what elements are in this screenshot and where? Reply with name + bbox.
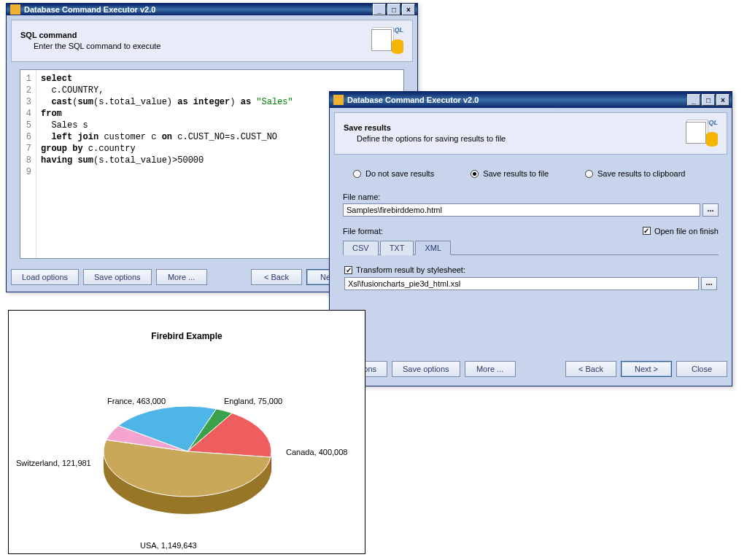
- chart-slice-label: France, 463,000: [107, 397, 166, 405]
- header-panel: SQL command Enter the SQL command to exe…: [11, 20, 413, 62]
- file-format-label: File format:: [343, 227, 383, 236]
- radio-save-to-file[interactable]: Save results to file: [471, 169, 549, 178]
- chart-slice-label: England, 75,000: [224, 397, 282, 405]
- chart-window: Firebird Example USA, 1,149,643France, 4…: [8, 310, 365, 554]
- chart-title: Firebird Example: [9, 311, 365, 346]
- app-icon: [333, 95, 344, 105]
- header-desc: Enter the SQL command to execute: [20, 42, 371, 50]
- window-title: Database Command Executor v2.0: [347, 96, 686, 104]
- header-sql-icon: SQL: [686, 119, 718, 147]
- browse-xsl-button[interactable]: ...: [701, 277, 717, 290]
- minimize-button[interactable]: _: [373, 4, 386, 15]
- load-options-button[interactable]: Load options: [11, 269, 79, 285]
- format-tabs: CSV TXT XML: [343, 240, 719, 255]
- pie-chart: USA, 1,149,643France, 463,000Canada, 400…: [9, 346, 365, 551]
- chart-slice-label: Canada, 400,008: [286, 448, 347, 456]
- app-icon: [10, 4, 20, 15]
- button-row: Load options Save options More ... < Bac…: [330, 354, 732, 386]
- header-desc: Define the options for saving results to…: [344, 134, 686, 143]
- header-sql-icon: SQL: [371, 26, 403, 54]
- maximize-button[interactable]: □: [702, 94, 715, 106]
- tab-xml[interactable]: XML: [415, 241, 451, 255]
- transform-xsl-checkbox[interactable]: Transform result by stylesheet:: [344, 265, 717, 274]
- editor-code[interactable]: select c.COUNTRY, cast(sum(s.total_value…: [36, 70, 298, 258]
- more-button[interactable]: More ...: [465, 361, 516, 377]
- titlebar[interactable]: Database Command Executor v2.0 _ □ ×: [7, 4, 417, 15]
- minimize-button[interactable]: _: [687, 94, 700, 106]
- header-panel: Save results Define the options for savi…: [334, 112, 727, 155]
- xsl-path-input[interactable]: [344, 277, 699, 290]
- save-options-button[interactable]: Save options: [83, 269, 152, 285]
- tab-csv[interactable]: CSV: [343, 241, 379, 255]
- close-button[interactable]: ×: [402, 4, 415, 15]
- back-button[interactable]: < Back: [251, 269, 302, 285]
- save-options-button[interactable]: Save options: [392, 361, 460, 377]
- tab-txt[interactable]: TXT: [380, 241, 414, 255]
- radio-save-to-clipboard[interactable]: Save results to clipboard: [585, 169, 685, 178]
- file-name-input[interactable]: [343, 203, 700, 217]
- close-button[interactable]: ×: [716, 94, 729, 106]
- chart-slice-label: USA, 1,149,643: [140, 541, 197, 550]
- titlebar[interactable]: Database Command Executor v2.0 _ □ ×: [330, 92, 732, 108]
- radio-no-save[interactable]: Do not save results: [353, 169, 434, 178]
- save-mode-radio-group: Do not save results Save results to file…: [343, 162, 719, 190]
- chart-slice-label: Switzerland, 121,981: [16, 459, 91, 467]
- header-title: SQL command: [20, 31, 371, 39]
- editor-gutter: 123456789: [20, 70, 36, 258]
- more-button[interactable]: More ...: [156, 269, 207, 285]
- file-name-label: File name:: [343, 192, 719, 201]
- maximize-button[interactable]: □: [387, 4, 400, 15]
- browse-file-button[interactable]: ...: [703, 203, 719, 217]
- back-button[interactable]: < Back: [565, 361, 616, 377]
- close-button-bottom[interactable]: Close: [676, 361, 727, 377]
- header-title: Save results: [344, 123, 686, 132]
- window-save-results: Database Command Executor v2.0 _ □ × Sav…: [329, 91, 732, 386]
- window-title: Database Command Executor v2.0: [24, 5, 371, 14]
- next-button[interactable]: Next >: [621, 361, 672, 377]
- open-on-finish-checkbox[interactable]: Open file on finish: [643, 227, 719, 236]
